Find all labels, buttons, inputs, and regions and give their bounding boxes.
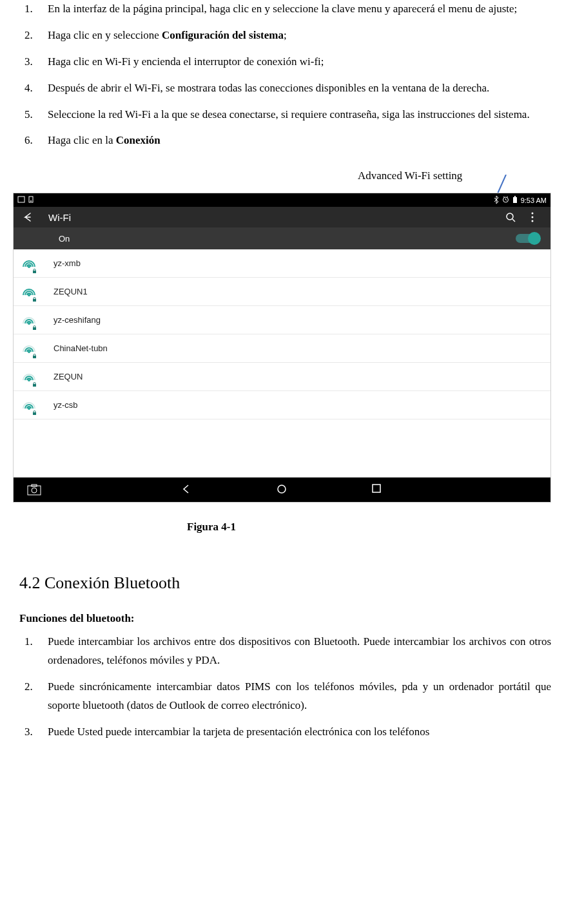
wifi-network-item[interactable]: yz-xmb	[14, 249, 550, 278]
svg-point-20	[28, 379, 30, 381]
instruction-item: 4.Después de abrir el Wi-Fi, se mostrara…	[24, 79, 551, 98]
status-bar: 9:53 AM	[14, 193, 550, 207]
bluetooth-function-text: Puede Usted puede intercambiar la tarjet…	[48, 723, 551, 742]
wifi-network-name: yz-ceshifang	[53, 315, 101, 325]
screenshot-blank-area	[14, 419, 550, 477]
section-heading-bluetooth: 4.2 Conexión Bluetooth	[19, 573, 551, 593]
overflow-menu-icon[interactable]	[531, 212, 541, 222]
lock-icon	[32, 351, 37, 356]
wifi-network-name: ZEQUN	[53, 372, 83, 381]
svg-point-12	[28, 265, 30, 268]
bluetooth-function-number: 2.	[24, 678, 48, 715]
lock-icon	[32, 294, 37, 299]
back-icon[interactable]	[23, 212, 33, 222]
instruction-item: 5.Seleccione la red Wi-Fi a la que se de…	[24, 106, 551, 124]
lock-icon	[32, 323, 37, 327]
instruction-text: En la interfaz de la página principal, h…	[48, 0, 551, 19]
svg-point-7	[507, 213, 513, 220]
svg-rect-15	[33, 299, 36, 302]
wifi-network-item[interactable]: ZEQUN	[14, 363, 550, 391]
svg-rect-17	[33, 327, 36, 330]
bluetooth-function-text: Puede sincrónicamente intercambiar datos…	[48, 678, 551, 715]
instruction-text: Haga clic en Wi-Fi y encienda el interru…	[48, 53, 551, 72]
wifi-signal-icon	[23, 314, 35, 327]
svg-rect-1	[18, 197, 24, 202]
bluetooth-subheading: Funciones del bluetooth:	[19, 612, 551, 625]
wifi-network-name: ChinaNet-tubn	[53, 343, 108, 353]
bluetooth-function-number: 1.	[24, 633, 48, 670]
instructions-list: 1.En la interfaz de la página principal,…	[24, 0, 551, 150]
instruction-number: 3.	[24, 53, 48, 72]
wifi-network-name: yz-csb	[53, 400, 78, 410]
instruction-text: Después de abrir el Wi-Fi, se mostrara t…	[48, 79, 551, 98]
instruction-number: 4.	[24, 79, 48, 98]
app-bar: Wi-Fi	[14, 207, 550, 227]
svg-point-25	[32, 488, 37, 493]
svg-rect-19	[33, 356, 36, 358]
wifi-network-name: ZEQUN1	[53, 287, 88, 296]
svg-point-14	[28, 294, 30, 296]
wifi-toggle[interactable]	[516, 234, 539, 243]
bluetooth-function-item: 2.Puede sincrónicamente intercambiar dat…	[24, 678, 551, 715]
instruction-text: Seleccione la red Wi-Fi a la que se dese…	[48, 106, 551, 124]
svg-rect-24	[28, 486, 41, 495]
navigation-bar	[14, 477, 550, 502]
instruction-text: Haga clic en la Conexión	[48, 131, 551, 150]
lock-icon	[32, 380, 37, 384]
svg-line-8	[512, 219, 515, 222]
svg-point-18	[28, 351, 30, 353]
battery-icon	[512, 196, 518, 205]
alarm-icon	[502, 196, 509, 204]
svg-rect-6	[514, 196, 516, 197]
svg-rect-13	[33, 271, 36, 273]
instruction-number: 6.	[24, 131, 48, 150]
instruction-number: 5.	[24, 106, 48, 124]
appbar-title: Wi-Fi	[48, 212, 490, 223]
wifi-toggle-bar: On	[14, 227, 550, 249]
lock-icon	[32, 266, 37, 271]
svg-rect-21	[33, 384, 36, 387]
wifi-network-item[interactable]: yz-ceshifang	[14, 306, 550, 334]
instruction-text: Haga clic en y seleccione Configuración …	[48, 26, 551, 45]
callout-label: Advanced Wi-Fi setting	[358, 169, 462, 182]
bluetooth-function-item: 3.Puede Usted puede intercambiar la tarj…	[24, 723, 551, 742]
wifi-settings-screenshot: 9:53 AM Wi-Fi On yz-xmbZEQUN1yz-ceshifan…	[13, 193, 551, 503]
instruction-item: 3.Haga clic en Wi-Fi y encienda el inter…	[24, 53, 551, 72]
screenshot-indicator-icon	[17, 196, 25, 204]
callout-row: Advanced Wi-Fi setting	[13, 169, 551, 189]
svg-rect-28	[373, 485, 380, 492]
app-indicator-icon	[28, 196, 34, 204]
status-bar-left	[17, 196, 34, 204]
svg-point-11	[532, 220, 534, 222]
wifi-network-item[interactable]: ZEQUN1	[14, 278, 550, 306]
wifi-signal-icon	[23, 257, 35, 270]
screenshot-button-icon[interactable]	[26, 484, 42, 496]
wifi-network-list: yz-xmbZEQUN1yz-ceshifangChinaNet-tubnZEQ…	[14, 249, 550, 419]
wifi-network-item[interactable]: yz-csb	[14, 391, 550, 419]
instruction-number: 2.	[24, 26, 48, 45]
figure-caption: Figura 4-1	[187, 521, 551, 534]
svg-point-16	[28, 322, 30, 325]
search-icon[interactable]	[505, 212, 516, 222]
svg-point-9	[532, 213, 534, 215]
instruction-number: 1.	[24, 0, 48, 19]
wifi-signal-icon	[23, 399, 35, 412]
wifi-signal-icon	[23, 371, 35, 383]
svg-point-3	[30, 200, 32, 202]
svg-point-27	[278, 485, 286, 493]
bluetooth-function-item: 1.Puede intercambiar los archivos entre …	[24, 633, 551, 670]
svg-point-22	[28, 407, 30, 410]
lock-icon	[32, 408, 37, 412]
nav-home-icon[interactable]	[277, 484, 288, 496]
wifi-signal-icon	[23, 342, 35, 355]
wifi-network-item[interactable]: ChinaNet-tubn	[14, 334, 550, 363]
svg-rect-23	[33, 412, 36, 415]
instruction-item: 2.Haga clic en y seleccione Configuració…	[24, 26, 551, 45]
instruction-item: 6.Haga clic en la Conexión	[24, 131, 551, 150]
bluetooth-icon	[494, 196, 499, 205]
nav-recents-icon[interactable]	[372, 484, 384, 496]
nav-back-icon[interactable]	[181, 484, 193, 496]
instruction-item: 1.En la interfaz de la página principal,…	[24, 0, 551, 19]
bluetooth-function-number: 3.	[24, 723, 48, 742]
wifi-signal-icon	[23, 285, 35, 298]
